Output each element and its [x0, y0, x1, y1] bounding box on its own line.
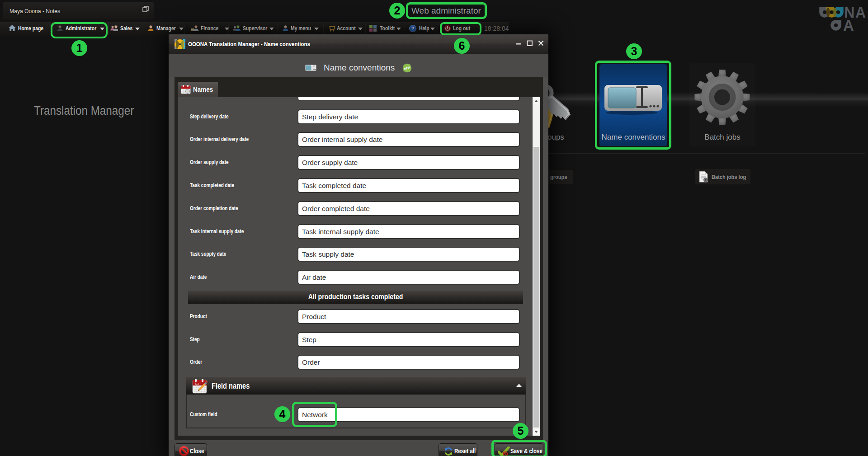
- svg-text:A: A: [855, 5, 866, 21]
- svg-text:April: April: [195, 383, 199, 385]
- svg-text:?: ?: [411, 26, 415, 31]
- svg-text:A: A: [843, 17, 854, 33]
